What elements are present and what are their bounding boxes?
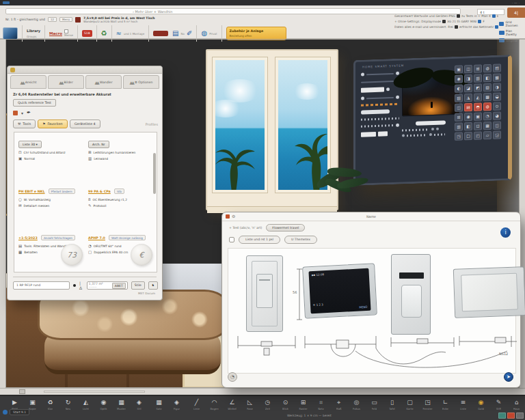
address-bar[interactable]: › Mehr über + Wandhin (5, 8, 461, 14)
wave-group[interactable]: ≈ und 1 Montage (116, 30, 145, 37)
row2-field1[interactable]: 12 (48, 17, 57, 22)
section-sub-button[interactable]: Anzahl fehlschlagen (41, 235, 75, 240)
tray-thumbnail-red[interactable] (507, 412, 515, 419)
section-header-link[interactable]: +1-5/2023 (18, 236, 38, 240)
taskbar-tool[interactable]: ∟ Ecke (438, 399, 453, 410)
taskbar-tool[interactable]: ▢ Karte (402, 399, 418, 410)
section-header-link[interactable]: PH EBIT e NKL (18, 190, 45, 193)
macro-link[interactable]: Macro (49, 31, 62, 36)
favorites-button[interactable]: ⚑Favoriten (38, 120, 68, 128)
taskbar-tool[interactable]: ◭ Licht (78, 399, 94, 410)
image-thumbnail-button[interactable] (3, 27, 18, 40)
right-mini-button[interactable]: Grid Zoomen (499, 20, 524, 27)
tools-button[interactable]: ⚒Tools (13, 120, 36, 128)
no-group[interactable]: ▤ No ✐ (172, 30, 192, 37)
section-row-2[interactable]: ✎ Protokoll (88, 204, 151, 208)
section-header-button[interactable]: Arch. Nr (88, 141, 109, 148)
row-label: Leinwand (94, 157, 108, 160)
section-header-button[interactable]: Liste 30 ▾ (18, 141, 42, 148)
section-row-1[interactable]: ⊞ Leitstörungen humanisieren (88, 151, 151, 154)
library-group[interactable]: Library Groups (27, 29, 40, 39)
dialog-scrollbar[interactable] (153, 153, 156, 194)
row2-field2[interactable]: Menü (59, 17, 72, 22)
taskbar: ▶ Wahl ▣ Kopie ♻ Klar ↻ Neu ◭ Licht ◉ Op… (0, 395, 525, 420)
promo-button[interactable]: Zubehör je Anlage Bestellung offen (226, 27, 286, 40)
taskbar-tool[interactable]: ◠ Bogen (206, 399, 222, 410)
color-swatch[interactable] (13, 111, 18, 115)
taskbar-tool[interactable]: ⌖ Maß (331, 399, 347, 410)
style-button[interactable]: Stile (131, 281, 145, 290)
taskbar-tool[interactable]: ⊞ Raster (295, 399, 311, 410)
taskbar-tool[interactable]: ◳ Fenster (420, 399, 435, 410)
tray-thumbnail-gray[interactable] (516, 412, 524, 419)
globe-group[interactable]: ◍ Privat (201, 30, 217, 37)
section-row-1[interactable]: 8 OC Ebersteuerung r1,2 (88, 198, 151, 201)
dialog-tab[interactable]: ▲▲ Bilder (48, 75, 84, 89)
taskbar-tool[interactable]: ⌗ Netz (313, 399, 329, 410)
taskbar-tool[interactable]: ◉ Optik (96, 399, 111, 410)
help-button[interactable]: i (500, 227, 511, 238)
section-row-2[interactable]: ▥ Leinwand (88, 157, 151, 160)
status-box[interactable] (19, 389, 25, 394)
quick-reference-button[interactable]: Quick reference Test (13, 99, 56, 107)
section-row-1[interactable]: ⊡ Ch! Schutzstand und Altanz (18, 151, 81, 154)
settings-section: 99 PA & CPa Stb 8 OC Ebersteuerung r1,2 … (88, 182, 151, 223)
taskbar-tool[interactable]: ◎ Fokus (349, 399, 364, 410)
taskbar-tool[interactable]: ▦ Satz (151, 399, 167, 410)
right-mini-button[interactable]: Plan Zweitly (499, 29, 524, 36)
section-sub-button[interactable]: Stb (114, 188, 124, 194)
recycle-icon[interactable]: ♻ (101, 30, 107, 37)
taskbar-tool[interactable]: ↻ Neu (60, 399, 76, 410)
section-row-2[interactable]: ✉ Detailart messen (18, 204, 81, 208)
theme-pill-button[interactable]: U Themetex (284, 236, 317, 244)
taskbar-tool[interactable]: ▦ Muster (113, 399, 129, 410)
taskbar-tool[interactable]: ◈ Figur (169, 399, 185, 410)
section-sub-button[interactable]: Pfeilart ändern (49, 188, 75, 194)
taskbar-tool[interactable]: ∠ Winkel (224, 399, 240, 410)
tray-thumbnail-green[interactable] (498, 412, 506, 419)
row2-text: Nr. 1 ft – gleichwertig und (5, 18, 45, 21)
window-controls[interactable]: · — · (512, 1, 520, 5)
dialog-tabs: ▲▲ Ansicht ▲▲ Bilder ▲▲ Wandler ▲▲ ⚙ Opt… (10, 75, 159, 89)
taskbar-tool[interactable]: ≡ Liste (455, 399, 471, 410)
taskbar-tool[interactable]: ╱ Linie (189, 399, 204, 410)
dark-red-button[interactable] (153, 31, 168, 36)
dialog-tab[interactable]: ▲▲ Wandler (85, 75, 122, 89)
footer-combo[interactable]: 1,377 m² ········ ABET (87, 281, 128, 290)
section-row-1[interactable]: ○ W: Vorhaltsanzeig (18, 198, 81, 201)
taskbar-tool[interactable]: ⌂ Haus (509, 399, 524, 410)
pen-icon[interactable]: ✒ (27, 110, 31, 115)
footer-left-field[interactable]: 1 RP 9F1P rund (13, 281, 70, 290)
list-pill-button[interactable]: Liste und rst 1 psl (239, 236, 280, 244)
taskbar-tool[interactable]: ♻ Klar (42, 399, 58, 410)
taskbar-tool[interactable]: ◉ Gold (473, 399, 489, 410)
canvas-download-button[interactable]: ➤ (504, 372, 513, 382)
taskbar-tool[interactable]: ▯ Tafel (384, 399, 400, 410)
section-header-link[interactable]: 99 PA & CPa (88, 190, 111, 193)
macro-group[interactable]: Macro Mense (49, 29, 73, 38)
corner-tool-button[interactable]: ♞ (148, 281, 158, 290)
start-indicator[interactable] (3, 410, 8, 415)
taskbar-tool[interactable]: ◷ Zeit (260, 399, 275, 410)
section-row-2[interactable]: ▣ Normal (18, 157, 81, 160)
taskbar-tool[interactable]: ✎ Stift (491, 399, 507, 410)
device-window-titlebar[interactable]: ⚙ Name (222, 212, 520, 221)
taskbar-tool[interactable]: ▭ Feld (366, 399, 382, 410)
pencil-icon[interactable]: ✐ (187, 30, 192, 37)
taskbar-tool[interactable]: ⊙ Blick (278, 399, 293, 410)
flow-button[interactable]: Flowermet travel (266, 224, 305, 232)
taskbar-tool[interactable]: ◺ Fase (242, 399, 258, 410)
wave-label: und 1 Montage (124, 32, 144, 36)
corner-button[interactable]: 4| (507, 8, 525, 18)
settings-dialog-titlebar[interactable] (8, 66, 162, 74)
chevron-down-icon[interactable]: ▾ (21, 111, 23, 115)
section-header-link[interactable]: APHP 7.0 (88, 236, 105, 240)
taskbar-tool[interactable]: ◈ Stil (131, 399, 147, 410)
canvas-left-button[interactable]: ◔ (228, 372, 237, 382)
device-checkbox[interactable] (229, 237, 234, 242)
start-pill[interactable]: Start 9.1 (10, 409, 29, 415)
dialog-tab[interactable]: ▲▲ Ansicht (10, 75, 46, 89)
dialog-tab[interactable]: ▲▲ ⚙ Optionen (123, 75, 159, 89)
section-sub-button[interactable]: Watt-Anzeige zulässig (109, 235, 146, 240)
device-list-button[interactable]: Geräteliste 4 (70, 120, 100, 128)
